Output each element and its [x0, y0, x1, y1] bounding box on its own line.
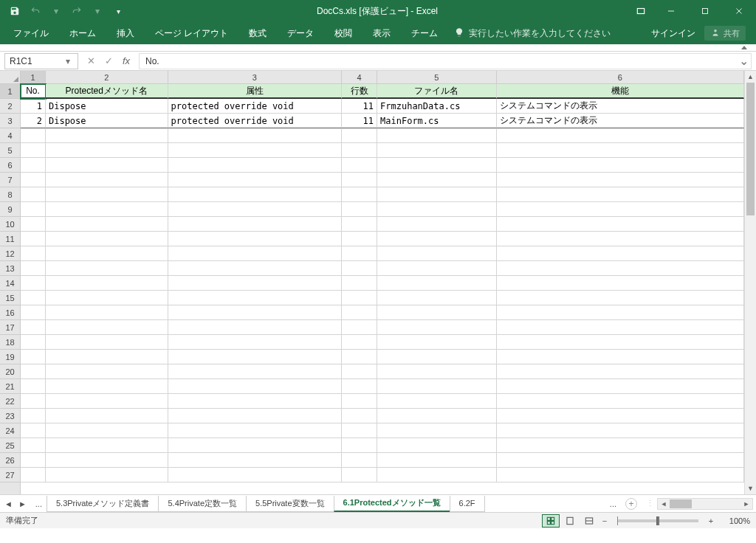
scroll-up-icon[interactable]: ▲	[745, 71, 756, 83]
cell[interactable]: No.	[21, 84, 46, 99]
cell[interactable]	[377, 202, 497, 217]
cell[interactable]	[46, 158, 168, 173]
cell[interactable]	[342, 143, 377, 158]
cell[interactable]	[377, 468, 497, 483]
cell[interactable]	[21, 468, 46, 483]
cell[interactable]	[46, 232, 168, 246]
column-header[interactable]: 5	[377, 71, 497, 83]
cell[interactable]	[46, 320, 168, 335]
cell[interactable]	[497, 438, 744, 453]
hscroll-right-icon[interactable]: ►	[740, 499, 752, 509]
cell[interactable]	[21, 350, 46, 364]
cell[interactable]	[46, 409, 168, 423]
cell[interactable]	[342, 438, 377, 453]
ribbon-display-icon[interactable]	[628, 0, 654, 22]
cancel-formula-icon[interactable]: ✕	[84, 55, 97, 66]
cell[interactable]	[21, 202, 46, 217]
row-header[interactable]: 3	[0, 114, 20, 128]
cell[interactable]	[342, 305, 377, 320]
cell[interactable]	[21, 394, 46, 409]
cell[interactable]	[168, 276, 343, 291]
cell[interactable]	[21, 173, 46, 187]
cell[interactable]	[46, 468, 168, 483]
tab-data[interactable]: データ	[277, 22, 324, 44]
cell[interactable]	[46, 128, 168, 143]
cell[interactable]	[342, 158, 377, 173]
horizontal-scrollbar[interactable]: ◄ ►	[657, 498, 753, 510]
cell[interactable]	[342, 394, 377, 409]
cell[interactable]	[377, 173, 497, 187]
cell[interactable]	[342, 468, 377, 483]
zoom-slider[interactable]	[617, 519, 698, 522]
cell[interactable]	[497, 143, 744, 158]
row-header[interactable]: 17	[0, 320, 20, 335]
cell[interactable]: FrmzuhanData.cs	[377, 99, 497, 114]
sheet-tab[interactable]: 5.5Private変数一覧	[246, 496, 334, 512]
row-header[interactable]: 2	[0, 99, 20, 114]
cell[interactable]	[377, 394, 497, 409]
view-normal-icon[interactable]	[542, 514, 560, 528]
column-header[interactable]: 6	[497, 71, 744, 83]
hscroll-thumb[interactable]	[670, 499, 692, 508]
cell[interactable]	[497, 276, 744, 291]
row-header[interactable]: 6	[0, 158, 20, 173]
column-header[interactable]: 3	[168, 71, 343, 83]
row-header[interactable]: 19	[0, 350, 20, 364]
tab-home[interactable]: ホーム	[59, 22, 106, 44]
cell[interactable]	[46, 350, 168, 364]
cell[interactable]	[46, 187, 168, 202]
cell[interactable]	[168, 143, 343, 158]
cell[interactable]	[46, 143, 168, 158]
row-header[interactable]: 21	[0, 379, 20, 394]
cell[interactable]	[168, 379, 343, 394]
vertical-scrollbar[interactable]: ▲ ▼	[744, 71, 756, 494]
cell[interactable]: MainForm.cs	[377, 114, 497, 128]
cell[interactable]	[21, 320, 46, 335]
cell[interactable]	[21, 364, 46, 379]
add-sheet-icon[interactable]: +	[625, 498, 637, 510]
row-header[interactable]: 23	[0, 409, 20, 423]
undo-icon[interactable]	[27, 2, 44, 20]
row-header[interactable]: 16	[0, 305, 20, 320]
row-header[interactable]: 24	[0, 423, 20, 438]
row-header[interactable]: 7	[0, 173, 20, 187]
cell[interactable]	[377, 128, 497, 143]
cell[interactable]	[377, 335, 497, 350]
cell[interactable]	[377, 291, 497, 305]
cell[interactable]	[46, 217, 168, 232]
cell[interactable]	[342, 187, 377, 202]
fx-icon[interactable]: fx	[120, 55, 133, 66]
cell[interactable]	[497, 187, 744, 202]
cell[interactable]	[168, 320, 343, 335]
tab-view[interactable]: 表示	[362, 22, 401, 44]
cell[interactable]: Dispose	[46, 99, 168, 114]
cell[interactable]	[377, 232, 497, 246]
cell[interactable]	[497, 173, 744, 187]
maximize-icon[interactable]	[688, 0, 722, 22]
formula-input[interactable]: No.	[139, 53, 737, 69]
cell[interactable]	[497, 453, 744, 468]
cell[interactable]: 行数	[342, 84, 377, 99]
tab-formulas[interactable]: 数式	[238, 22, 277, 44]
cell[interactable]	[497, 335, 744, 350]
cell[interactable]	[377, 423, 497, 438]
cells-area[interactable]: No.Protectedメソッド名属性行数ファイル名機能1Disposeprot…	[21, 84, 744, 494]
cell[interactable]	[377, 409, 497, 423]
zoom-out-icon[interactable]: −	[599, 516, 610, 525]
cell[interactable]	[497, 232, 744, 246]
cell[interactable]	[168, 409, 343, 423]
tab-review[interactable]: 校閲	[324, 22, 362, 44]
cell[interactable]	[342, 261, 377, 276]
row-header[interactable]: 27	[0, 468, 20, 483]
signin-link[interactable]: サインイン	[651, 27, 695, 40]
sheet-overflow-left[interactable]: ...	[31, 499, 47, 508]
cell[interactable]	[46, 261, 168, 276]
cell[interactable]	[377, 438, 497, 453]
cell[interactable]	[46, 423, 168, 438]
cell[interactable]: 11	[342, 114, 377, 128]
cell[interactable]	[168, 350, 343, 364]
cell[interactable]	[168, 246, 343, 261]
cell[interactable]	[342, 217, 377, 232]
cell[interactable]	[168, 438, 343, 453]
row-header[interactable]: 4	[0, 128, 20, 143]
